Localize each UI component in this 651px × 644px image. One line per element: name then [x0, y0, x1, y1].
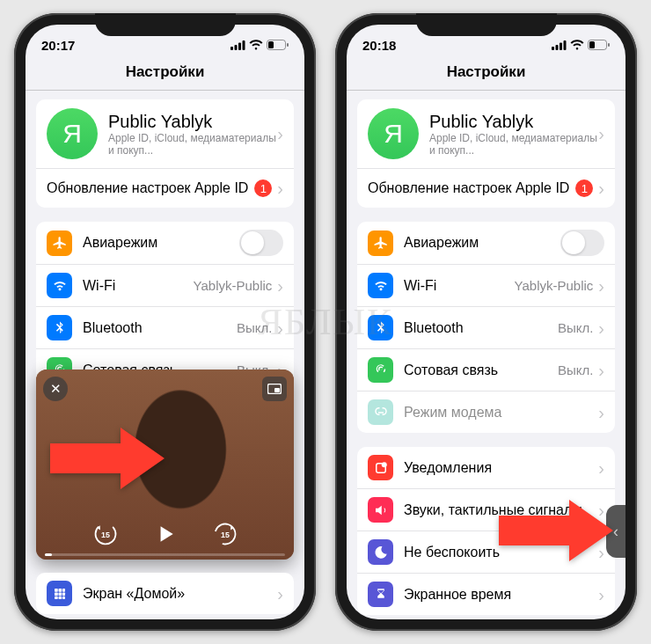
bluetooth-value: Выкл.	[558, 320, 593, 335]
wifi-value: Yablyk-Public	[194, 278, 273, 293]
bluetooth-row[interactable]: Bluetooth Выкл. ›	[357, 307, 615, 349]
chevron-right-icon: ›	[598, 459, 604, 477]
pip-play-button[interactable]	[150, 519, 180, 549]
profile-name: Public Yablyk	[108, 112, 277, 132]
svg-rect-0	[230, 47, 233, 50]
page-title: Настройки	[26, 60, 304, 91]
wifi-icon	[249, 40, 263, 50]
battery-icon	[588, 40, 610, 50]
cellular-row[interactable]: Сотовая связь Выкл. ›	[357, 349, 615, 392]
chevron-right-icon: ›	[598, 362, 604, 379]
phone-right: 20:18 Настройки Я Public Yablyk Apple ID…	[335, 13, 637, 631]
cellular-label: Сотовая связь	[404, 362, 558, 378]
avatar: Я	[368, 108, 419, 159]
svg-rect-23	[62, 596, 65, 599]
callout-arrow	[499, 500, 613, 561]
pip-close-button[interactable]: ✕	[43, 377, 68, 401]
chevron-right-icon: ›	[598, 319, 604, 337]
airplane-mode-row[interactable]: Авиарежим	[357, 222, 615, 265]
chevron-right-icon: ›	[277, 277, 283, 295]
notifications-row[interactable]: Уведомления ›	[357, 447, 615, 489]
wifi-label: Wi-Fi	[404, 278, 515, 294]
apple-id-row[interactable]: Я Public Yablyk Apple ID, iCloud, медиам…	[36, 99, 294, 169]
update-badge: 1	[575, 179, 593, 197]
profile-subtitle: Apple ID, iCloud, медиаматериалы и покуп…	[429, 132, 598, 157]
notch	[416, 13, 557, 36]
svg-rect-25	[556, 45, 559, 50]
svg-text:15: 15	[101, 531, 110, 539]
hotspot-row[interactable]: Режим модема ›	[357, 392, 615, 433]
svg-rect-6	[287, 43, 289, 47]
chevron-right-icon: ›	[598, 125, 604, 143]
bluetooth-label: Bluetooth	[404, 320, 558, 336]
antenna-icon	[368, 357, 393, 383]
moon-icon	[368, 539, 393, 565]
cellular-signal-icon	[552, 40, 567, 50]
notifications-icon	[368, 455, 393, 480]
cellular-value: Выкл.	[558, 362, 593, 377]
avatar: Я	[47, 108, 98, 159]
chevron-right-icon: ›	[598, 277, 604, 295]
svg-rect-5	[268, 41, 274, 48]
page-title: Настройки	[347, 60, 625, 91]
battery-icon	[267, 40, 289, 50]
apple-id-update-label: Обновление настроек Apple ID	[368, 180, 575, 196]
screentime-row[interactable]: Экранное время ›	[357, 574, 615, 615]
svg-rect-18	[55, 592, 58, 596]
status-time: 20:18	[362, 38, 396, 53]
callout-arrow	[50, 428, 165, 489]
svg-rect-21	[55, 596, 58, 599]
hourglass-icon	[368, 582, 393, 607]
pip-rewind-button[interactable]: 15	[91, 519, 121, 549]
chevron-right-icon: ›	[598, 404, 604, 421]
svg-rect-29	[589, 41, 595, 48]
wifi-icon	[570, 40, 584, 50]
status-time: 20:17	[41, 38, 75, 53]
svg-rect-17	[62, 589, 65, 592]
wifi-row[interactable]: Wi-Fi Yablyk-Public ›	[357, 265, 615, 307]
airplane-icon	[47, 231, 72, 256]
airplane-label: Авиарежим	[404, 235, 560, 251]
home-grid-icon	[47, 581, 72, 606]
svg-text:15: 15	[221, 531, 230, 539]
svg-rect-2	[238, 42, 241, 50]
pip-forward-button[interactable]: 15	[210, 519, 240, 549]
airplane-mode-row[interactable]: Авиарежим	[36, 222, 294, 265]
phone-left: 20:17 Настройки Я Public Yablyk Apple ID…	[14, 13, 316, 631]
sounds-icon	[368, 497, 393, 523]
wifi-row[interactable]: Wi-Fi Yablyk-Public ›	[36, 265, 294, 307]
update-badge: 1	[254, 179, 272, 197]
wifi-value: Yablyk-Public	[515, 278, 594, 293]
bluetooth-label: Bluetooth	[83, 320, 237, 336]
svg-rect-27	[564, 40, 567, 50]
wifi-label: Wi-Fi	[83, 278, 194, 294]
svg-rect-15	[55, 589, 58, 592]
bluetooth-icon	[368, 315, 393, 340]
bluetooth-value: Выкл.	[237, 320, 272, 335]
chevron-right-icon: ›	[277, 179, 283, 197]
notch	[95, 13, 236, 36]
chevron-right-icon: ›	[277, 319, 283, 337]
pip-expand-button[interactable]	[262, 377, 287, 401]
airplane-icon	[368, 231, 393, 256]
apple-id-update-row[interactable]: Обновление настроек Apple ID 1 ›	[357, 169, 615, 208]
hotspot-label: Режим модема	[404, 405, 598, 421]
notifications-label: Уведомления	[404, 460, 598, 476]
airplane-toggle[interactable]	[239, 230, 283, 256]
svg-rect-30	[608, 43, 610, 47]
svg-rect-10	[274, 388, 280, 392]
apple-id-update-row[interactable]: Обновление настроек Apple ID 1 ›	[36, 169, 294, 208]
pip-progress-bar[interactable]	[45, 553, 285, 556]
airplane-toggle[interactable]	[560, 230, 604, 256]
apple-id-row[interactable]: Я Public Yablyk Apple ID, iCloud, медиам…	[357, 99, 615, 169]
hotspot-icon	[368, 399, 393, 425]
svg-rect-24	[552, 47, 554, 50]
apple-id-update-label: Обновление настроек Apple ID	[47, 180, 254, 196]
svg-rect-22	[58, 596, 62, 599]
svg-point-32	[381, 462, 386, 467]
bluetooth-row[interactable]: Bluetooth Выкл. ›	[36, 307, 294, 349]
wifi-settings-icon	[368, 273, 393, 298]
home-screen-row[interactable]: Экран «Домой» ›	[36, 573, 294, 614]
svg-rect-3	[243, 40, 245, 50]
profile-name: Public Yablyk	[429, 112, 598, 132]
